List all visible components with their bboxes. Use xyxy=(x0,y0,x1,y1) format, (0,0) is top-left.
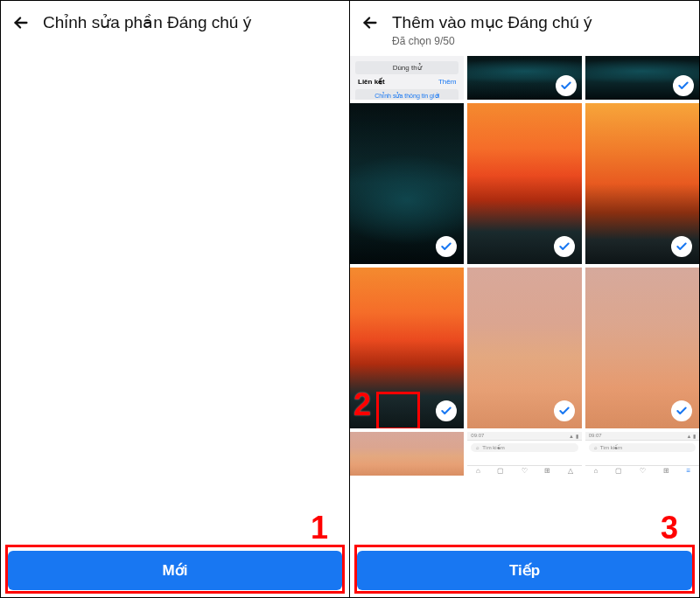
footer-right: Tiếp xyxy=(350,544,699,597)
selection-count: Đã chọn 9/50 xyxy=(392,35,592,47)
grid-item[interactable]: 2 xyxy=(350,268,464,428)
mini-browser-nav: ⌂▢♡⊞≡ xyxy=(585,465,699,476)
pane-add-featured: Thêm vào mục Đáng chú ý Đã chọn 9/50 Dùn… xyxy=(350,1,699,597)
mini-browser-search: ⌕ Tìm kiếm xyxy=(471,443,578,452)
grid-item[interactable] xyxy=(467,103,581,264)
mini-links-action: Thêm xyxy=(438,78,456,86)
footer-left: Mới xyxy=(1,544,349,597)
page-title-right: Thêm vào mục Đáng chú ý xyxy=(392,13,592,33)
back-icon[interactable] xyxy=(11,13,31,32)
grid-item[interactable] xyxy=(350,103,464,264)
photo-grid: Dùng thử Liên kết Thêm Chỉnh sửa thông t… xyxy=(350,56,699,544)
grid-item[interactable]: 09:07▲ ▮ ⌕ Tìm kiếm ⌂▢♡⊞≡ xyxy=(585,432,699,476)
grid-item[interactable]: 09:07▲ ▮ ⌕ Tìm kiếm ⌂▢♡⊞△ xyxy=(467,432,581,476)
page-title-left: Chỉnh sửa phần Đáng chú ý xyxy=(43,13,251,33)
new-button[interactable]: Mới xyxy=(8,551,342,590)
mini-links-label: Liên kết xyxy=(358,78,385,86)
mini-browser-nav: ⌂▢♡⊞△ xyxy=(467,465,581,476)
mini-bio: Chỉnh sửa thông tin giới xyxy=(355,89,458,100)
annotation-1: 1 xyxy=(311,510,328,546)
annotation-2: 2 xyxy=(354,386,371,423)
check-icon xyxy=(671,236,692,257)
mini-links-row: Liên kết Thêm xyxy=(355,78,458,86)
next-button[interactable]: Tiếp xyxy=(357,551,692,590)
check-icon xyxy=(671,400,692,421)
mini-browser-status: 09:07▲ ▮ xyxy=(585,432,699,441)
grid-item[interactable]: Dùng thử Liên kết Thêm Chỉnh sửa thông t… xyxy=(350,56,464,100)
back-icon[interactable] xyxy=(360,13,380,32)
empty-content xyxy=(1,42,349,544)
grid-item[interactable] xyxy=(585,56,699,100)
mini-browser-status: 09:07▲ ▮ xyxy=(467,432,581,441)
grid-item[interactable] xyxy=(350,432,464,476)
grid-item[interactable] xyxy=(585,268,699,428)
header-left: Chỉnh sửa phần Đáng chú ý xyxy=(1,1,349,42)
check-icon xyxy=(554,400,575,421)
header-right: Thêm vào mục Đáng chú ý Đã chọn 9/50 xyxy=(350,1,699,56)
mini-try-button: Dùng thử xyxy=(355,61,458,74)
annotation-3: 3 xyxy=(661,510,678,546)
check-icon xyxy=(554,236,575,257)
grid-item[interactable] xyxy=(467,56,581,100)
highlight-2 xyxy=(376,392,420,428)
grid-item[interactable] xyxy=(467,268,581,428)
check-icon xyxy=(436,236,457,257)
pane-edit-featured: Chỉnh sửa phần Đáng chú ý 1 Mới xyxy=(1,1,350,597)
check-icon xyxy=(556,75,577,96)
grid-item[interactable] xyxy=(585,103,699,264)
check-icon xyxy=(673,75,694,96)
mini-browser-search: ⌕ Tìm kiếm xyxy=(589,443,696,452)
check-icon xyxy=(436,400,457,421)
